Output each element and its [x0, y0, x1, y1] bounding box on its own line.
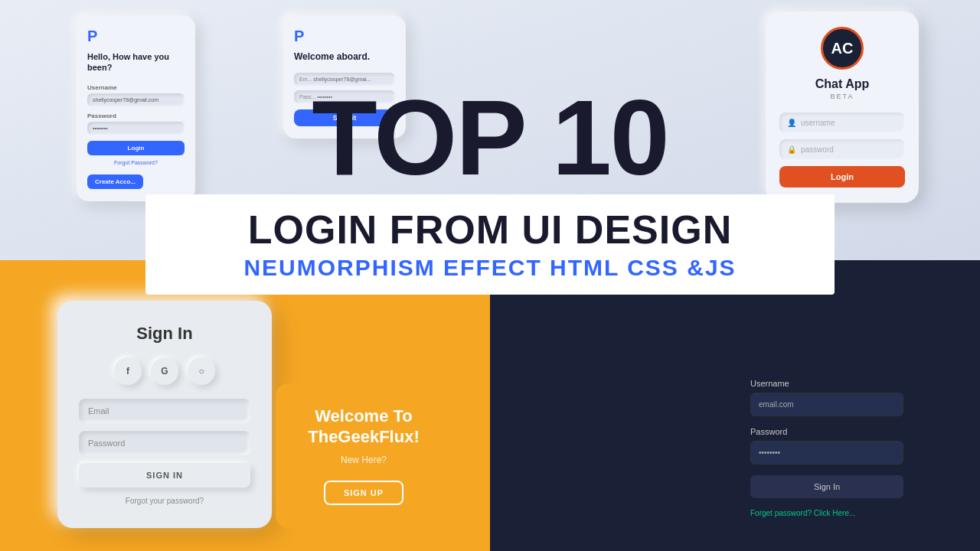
social-buttons: f G ○: [79, 357, 250, 385]
new-here-text: New Here?: [341, 455, 387, 465]
signup-button[interactable]: SIGN UP: [324, 481, 403, 505]
avatar: AC: [821, 27, 864, 70]
email-label: Em...: [299, 77, 312, 82]
welcome-geekflux: Welcome To TheGeekFlux!: [294, 406, 433, 447]
google-button[interactable]: G: [151, 357, 178, 385]
card-neumorphic: Sign In f G ○ Email Password SIGN IN For…: [57, 301, 272, 528]
create-account-button[interactable]: Create Acco...: [87, 174, 143, 189]
facebook-button[interactable]: f: [114, 357, 142, 385]
greeting-text: Hello, How have you been?: [87, 51, 185, 73]
title-banner: LOGIN FROM UI DESIGN NEUMORPHISM EFFECT …: [145, 194, 835, 295]
welcome-text: Welcome aboard.: [294, 51, 395, 62]
username-label-dark: Username: [750, 379, 903, 388]
username-input-dark[interactable]: email.com: [750, 393, 903, 416]
forgot-text-dark: Forget password? Click Here...: [750, 509, 903, 517]
sub-title: NEUMORPHISM EFFECT HTML CSS &JS: [176, 255, 804, 281]
signin-title: Sign In: [79, 324, 250, 344]
top10-heading: TOP 10: [145, 84, 835, 191]
card-geekflux: Welcome To TheGeekFlux! New Here? SIGN U…: [276, 383, 452, 528]
card-dark-login: Username email.com Password •••••••• Sig…: [735, 360, 919, 536]
password-label-dark: Password: [750, 427, 903, 436]
forgot-password-neuo[interactable]: Forgot your password?: [79, 497, 250, 505]
email-input-neuo[interactable]: Email: [79, 399, 250, 423]
forgot-link-text[interactable]: Click Here...: [814, 509, 855, 517]
github-button[interactable]: ○: [188, 357, 215, 385]
password-input-neuo[interactable]: Password: [79, 431, 250, 455]
signin-button-neuo[interactable]: SIGN IN: [79, 463, 250, 487]
logo-icon-2: P: [294, 28, 395, 45]
password-input-dark[interactable]: ••••••••: [750, 441, 903, 465]
logo-icon: P: [87, 28, 185, 45]
title-overlay: TOP 10 LOGIN FROM UI DESIGN NEUMORPHISM …: [145, 84, 835, 295]
main-title: LOGIN FROM UI DESIGN: [176, 208, 804, 252]
forgot-label: Forget password?: [750, 509, 812, 517]
signin-button-dark[interactable]: Sign In: [750, 475, 903, 498]
